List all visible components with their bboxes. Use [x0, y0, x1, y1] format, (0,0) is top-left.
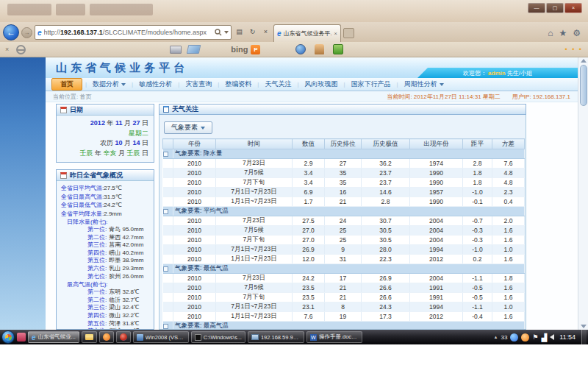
scroll-down-icon[interactable]: [581, 325, 587, 328]
table-row[interactable]: 20101月1日~7月23日7.61917.32012-0.41.6: [163, 312, 525, 322]
table-row[interactable]: 20107月下旬23.52126.61991-0.51.6: [163, 293, 525, 302]
table-row[interactable]: 20107月23日27.52430.72004-0.72.0: [163, 216, 525, 226]
plugin-addon-icon[interactable]: [333, 44, 343, 54]
nav-item-4[interactable]: 灾害查询: [179, 78, 218, 91]
taskbar-button-remote[interactable]: 192.168.59.99...: [248, 331, 304, 343]
nav-item-2[interactable]: 数据分析: [87, 78, 132, 91]
search-provider-icon[interactable]: P: [251, 45, 260, 54]
expand-box-icon[interactable]: [163, 324, 168, 329]
toolbar-close-icon[interactable]: ×: [5, 46, 9, 53]
qq-messenger-icon[interactable]: [521, 333, 529, 342]
assistant-addon-icon[interactable]: [315, 44, 324, 54]
table-row[interactable]: 20107月下旬3.43523.719901.84.8: [163, 178, 525, 188]
taskbar-button-app-orange[interactable]: [99, 331, 114, 343]
expand-box-icon[interactable]: [163, 209, 168, 214]
minimize-button[interactable]: —: [528, 3, 545, 13]
tools-gear-icon[interactable]: ⚙: [573, 28, 581, 38]
start-button[interactable]: [1, 330, 15, 344]
forward-button[interactable]: →: [21, 27, 32, 38]
folder-icon: [85, 334, 93, 340]
taskbar-button-app-red[interactable]: [116, 331, 131, 343]
taskbar-button-ie[interactable]: e山东省气候业...: [28, 331, 79, 343]
table-row[interactable]: 20107月5候3.43523.719901.84.8: [163, 169, 525, 178]
element-filter-button[interactable]: 气象要素: [164, 121, 212, 134]
column-header[interactable]: 距平: [463, 139, 492, 149]
nav-item-1[interactable]: 首页: [51, 78, 82, 91]
stop-icon[interactable]: ×: [260, 25, 271, 40]
action-center-flag-icon[interactable]: ⚑: [532, 333, 538, 342]
url-text[interactable]: http://192.168.137.1/SLCCLIMATE/modules/…: [44, 29, 207, 36]
back-button[interactable]: ←: [3, 24, 19, 40]
column-header[interactable]: 时间: [216, 139, 293, 149]
cell: 2004: [410, 216, 463, 226]
expand-box-icon[interactable]: [163, 266, 168, 272]
nav-item-9[interactable]: 周期性分析: [398, 78, 450, 91]
lunar-date: 农历 10 月 14 日: [60, 138, 148, 149]
table-group-row[interactable]: 气象要素: 降水量: [163, 149, 525, 159]
expand-box-icon[interactable]: [163, 152, 168, 157]
more-options-icon[interactable]: • • •: [565, 46, 583, 53]
table-row[interactable]: 20107月23日24.21726.92004-1.11.8: [163, 274, 525, 283]
column-header[interactable]: 历史极值: [362, 139, 410, 149]
browser-tab[interactable]: e 山东省气候业务平... ×: [273, 24, 341, 42]
table-row[interactable]: 20107月5候27.02530.52004-0.31.6: [163, 226, 525, 236]
search-icon[interactable]: [215, 29, 222, 36]
column-header[interactable]: 方差: [492, 139, 525, 149]
tab-close-icon[interactable]: ×: [334, 30, 337, 37]
table-row[interactable]: 20107月23日2.92736.219742.87.6: [163, 159, 525, 169]
compatibility-view-icon[interactable]: ▤: [234, 25, 245, 40]
table-row[interactable]: 20101月1日~7月23日1.7212.81990-0.10.4: [163, 197, 525, 207]
cell: -1.1: [463, 302, 492, 312]
taskbar-button-word-doc[interactable]: W操作手册.docx ...: [306, 331, 362, 343]
table-group-row[interactable]: 气象要素: 最高气温: [163, 322, 525, 330]
show-desktop-button[interactable]: [581, 330, 587, 344]
new-tab-button[interactable]: [343, 28, 354, 38]
home-icon[interactable]: ⌂: [548, 28, 553, 38]
table-row[interactable]: 20101月1日~7月23日12.03122.320120.21.6: [163, 255, 525, 264]
column-header[interactable]: 历史排位: [325, 139, 362, 149]
table-group-row[interactable]: 气象要素: 平均气温: [163, 207, 525, 216]
nav-item-6[interactable]: 天气关注: [259, 78, 297, 91]
address-dropdown-icon[interactable]: [224, 31, 229, 34]
bing-logo[interactable]: bing: [231, 45, 248, 54]
page-scrollbar[interactable]: [578, 57, 588, 330]
favorites-icon[interactable]: ★: [559, 28, 567, 38]
network-signal-icon[interactable]: ▟: [541, 333, 547, 342]
address-bar[interactable]: e http://192.168.137.1/SLCCLIMATE/module…: [35, 25, 232, 40]
pinned-app-icon[interactable]: [17, 333, 26, 342]
cell: 23.7: [362, 169, 410, 178]
taskbar-clock[interactable]: 11:54: [557, 333, 578, 341]
taskbar-button-explorer[interactable]: [82, 331, 97, 343]
table-group-row[interactable]: 气象要素: 最低气温: [163, 264, 525, 274]
stat-label: 全省日最低气温:: [61, 201, 104, 210]
taskbar-button-win2008[interactable]: Win2008 (VS2...: [133, 331, 189, 343]
camera-addon-icon[interactable]: [295, 44, 306, 54]
nav-item-8[interactable]: 国家下行产品: [345, 78, 397, 91]
table-row[interactable]: 20107月1日~7月23日6.91614.61957-1.02.3: [163, 188, 525, 197]
blocked-content-icon[interactable]: [16, 45, 26, 54]
close-button[interactable]: ×: [564, 3, 582, 13]
maximize-button[interactable]: ▢: [546, 3, 564, 13]
nav-item-3[interactable]: 敏感性分析: [133, 78, 178, 91]
nav-item-7[interactable]: 风向玫瑰图: [298, 78, 343, 91]
table-row[interactable]: 20107月下旬27.02530.52004-0.31.6: [163, 236, 525, 245]
column-header[interactable]: 出现年份: [410, 139, 463, 149]
hidden-icons-chevron-icon[interactable]: ▲: [494, 333, 498, 342]
network-globe-icon[interactable]: [510, 333, 518, 342]
card-reader-icon[interactable]: [170, 46, 182, 54]
nav-item-5[interactable]: 整编资料: [219, 78, 257, 91]
send-mail-icon[interactable]: [187, 45, 201, 54]
refresh-icon[interactable]: ↻: [247, 25, 258, 40]
table-row[interactable]: 20107月1日~7月23日23.1824.31994-1.11.0: [163, 302, 525, 312]
table-row[interactable]: 20107月5候23.52126.61991-0.51.6: [163, 283, 525, 293]
summary-stat: 全省平均降水量: 2.9mm: [61, 210, 151, 219]
table-row[interactable]: 20107月1日~7月23日26.9928.01994-1.01.0: [163, 245, 525, 255]
cell: 1990: [410, 169, 463, 178]
column-header[interactable]: 数值: [293, 139, 325, 149]
column-header[interactable]: 年份: [173, 139, 216, 149]
scroll-up-icon[interactable]: [581, 59, 587, 63]
volume-icon[interactable]: [550, 334, 554, 340]
taskbar-button-cmd[interactable]: C:\Windows\s...: [191, 331, 245, 343]
scrollbar-thumb[interactable]: [580, 65, 587, 106]
breadcrumb[interactable]: 当前位置: 首页: [53, 93, 91, 101]
